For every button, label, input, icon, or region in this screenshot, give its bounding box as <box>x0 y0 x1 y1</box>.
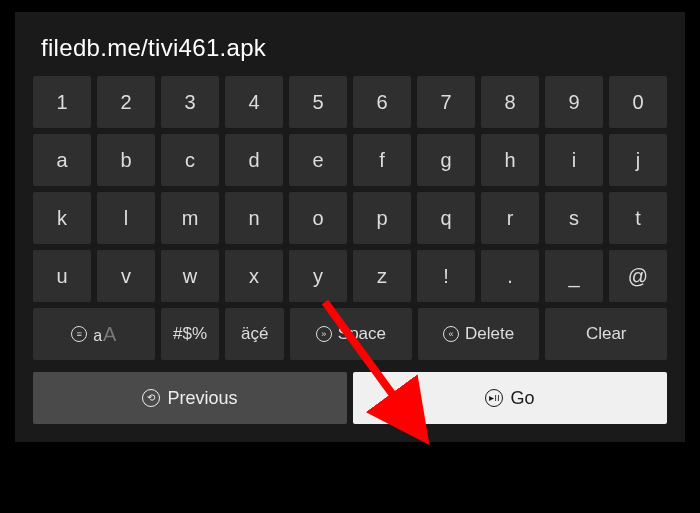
key-accents[interactable]: äçé <box>225 308 284 360</box>
key-f[interactable]: f <box>353 134 411 186</box>
key-1[interactable]: 1 <box>33 76 91 128</box>
key-row-numbers: 1 2 3 4 5 6 7 8 9 0 <box>33 76 667 128</box>
key-7[interactable]: 7 <box>417 76 475 128</box>
key-u[interactable]: u <box>33 250 91 302</box>
key-row-letters-3: u v w x y z ! . _ @ <box>33 250 667 302</box>
key-v[interactable]: v <box>97 250 155 302</box>
key-r[interactable]: r <box>481 192 539 244</box>
key-row-letters-1: a b c d e f g h i j <box>33 134 667 186</box>
key-p[interactable]: p <box>353 192 411 244</box>
key-d[interactable]: d <box>225 134 283 186</box>
key-w[interactable]: w <box>161 250 219 302</box>
key-j[interactable]: j <box>609 134 667 186</box>
key-3[interactable]: 3 <box>161 76 219 128</box>
key-m[interactable]: m <box>161 192 219 244</box>
key-row-letters-2: k l m n o p q r s t <box>33 192 667 244</box>
key-e[interactable]: e <box>289 134 347 186</box>
key-underscore[interactable]: _ <box>545 250 603 302</box>
key-c[interactable]: c <box>161 134 219 186</box>
key-a[interactable]: a <box>33 134 91 186</box>
key-0[interactable]: 0 <box>609 76 667 128</box>
back-icon: ⟲ <box>142 389 160 407</box>
key-8[interactable]: 8 <box>481 76 539 128</box>
key-x[interactable]: x <box>225 250 283 302</box>
key-4[interactable]: 4 <box>225 76 283 128</box>
key-t[interactable]: t <box>609 192 667 244</box>
keyboard-dialog: filedb.me/tivi461.apk 1 2 3 4 5 6 7 8 9 … <box>15 12 685 442</box>
fast-forward-icon: » <box>316 326 332 342</box>
menu-icon: ≡ <box>71 326 87 342</box>
key-s[interactable]: s <box>545 192 603 244</box>
key-g[interactable]: g <box>417 134 475 186</box>
key-o[interactable]: o <box>289 192 347 244</box>
key-5[interactable]: 5 <box>289 76 347 128</box>
space-label: Space <box>338 324 386 344</box>
url-input[interactable]: filedb.me/tivi461.apk <box>33 30 667 76</box>
go-label: Go <box>510 388 534 409</box>
key-exclaim[interactable]: ! <box>417 250 475 302</box>
delete-label: Delete <box>465 324 514 344</box>
rewind-icon: « <box>443 326 459 342</box>
key-symbols[interactable]: #$% <box>161 308 220 360</box>
key-period[interactable]: . <box>481 250 539 302</box>
key-z[interactable]: z <box>353 250 411 302</box>
key-i[interactable]: i <box>545 134 603 186</box>
previous-label: Previous <box>167 388 237 409</box>
key-at[interactable]: @ <box>609 250 667 302</box>
key-6[interactable]: 6 <box>353 76 411 128</box>
play-pause-icon: ▸ıı <box>485 389 503 407</box>
key-y[interactable]: y <box>289 250 347 302</box>
key-9[interactable]: 9 <box>545 76 603 128</box>
key-l[interactable]: l <box>97 192 155 244</box>
key-row-special: ≡ aA #$% äçé » Space « Delete Clear <box>33 308 667 360</box>
go-button[interactable]: ▸ıı Go <box>353 372 667 424</box>
key-clear[interactable]: Clear <box>545 308 667 360</box>
onscreen-keyboard: 1 2 3 4 5 6 7 8 9 0 a b c d e f g h i j … <box>33 76 667 424</box>
key-delete[interactable]: « Delete <box>418 308 540 360</box>
key-q[interactable]: q <box>417 192 475 244</box>
case-label: aA <box>93 323 116 346</box>
key-b[interactable]: b <box>97 134 155 186</box>
key-h[interactable]: h <box>481 134 539 186</box>
key-space[interactable]: » Space <box>290 308 412 360</box>
previous-button[interactable]: ⟲ Previous <box>33 372 347 424</box>
action-row: ⟲ Previous ▸ıı Go <box>33 372 667 424</box>
key-2[interactable]: 2 <box>97 76 155 128</box>
key-n[interactable]: n <box>225 192 283 244</box>
key-k[interactable]: k <box>33 192 91 244</box>
key-case-toggle[interactable]: ≡ aA <box>33 308 155 360</box>
